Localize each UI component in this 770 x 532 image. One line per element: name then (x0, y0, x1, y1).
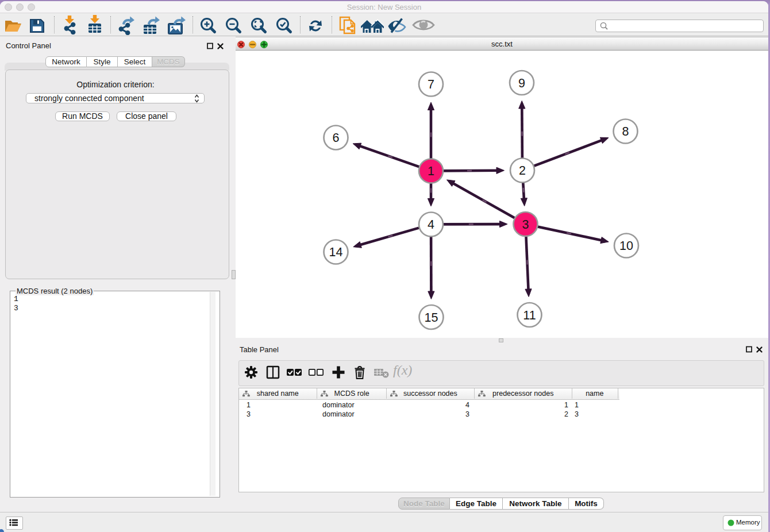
svg-text:2: 2 (519, 164, 526, 178)
svg-text:8: 8 (622, 125, 629, 138)
svg-text:4: 4 (428, 218, 434, 232)
svg-text:7: 7 (428, 78, 434, 91)
svg-text:1: 1 (428, 164, 434, 178)
svg-text:9: 9 (518, 76, 525, 90)
svg-text:3: 3 (522, 218, 529, 232)
svg-text:15: 15 (425, 311, 438, 325)
svg-text:10: 10 (619, 239, 633, 253)
svg-text:6: 6 (333, 131, 340, 145)
svg-text:11: 11 (523, 309, 536, 322)
svg-text:14: 14 (329, 245, 343, 259)
